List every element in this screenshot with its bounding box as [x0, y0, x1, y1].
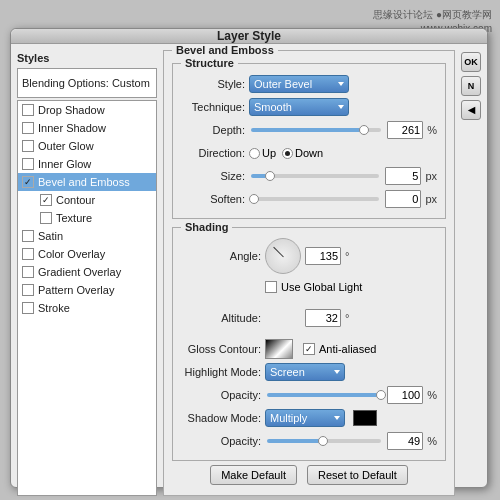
angle-unit: °: [345, 250, 349, 262]
direction-down-radio[interactable]: [282, 148, 293, 159]
direction-row: Direction: Up Down: [181, 143, 437, 163]
global-light-checkbox[interactable]: [265, 281, 277, 293]
altitude-wheel-placeholder: [265, 300, 301, 336]
direction-up-radio[interactable]: [249, 148, 260, 159]
soften-slider[interactable]: [251, 197, 379, 201]
altitude-input[interactable]: [305, 309, 341, 327]
highlight-mode-arrow: [334, 370, 340, 374]
list-item-inner-shadow[interactable]: Inner Shadow: [18, 119, 156, 137]
list-item-bevel-emboss[interactable]: Bevel and Emboss: [18, 173, 156, 191]
depth-unit: %: [427, 124, 437, 136]
list-item-texture[interactable]: Texture: [18, 209, 156, 227]
stroke-checkbox[interactable]: [22, 302, 34, 314]
blending-options-item[interactable]: Blending Options: Custom: [17, 68, 157, 98]
soften-unit: px: [425, 193, 437, 205]
pattern-overlay-checkbox[interactable]: [22, 284, 34, 296]
list-item-drop-shadow[interactable]: Drop Shadow: [18, 101, 156, 119]
depth-input[interactable]: [387, 121, 423, 139]
gradient-overlay-checkbox[interactable]: [22, 266, 34, 278]
opacity2-label: Opacity:: [181, 435, 261, 447]
style-dropdown[interactable]: Outer Bevel: [249, 75, 349, 93]
opacity1-slider[interactable]: [267, 393, 381, 397]
layer-style-window: Layer Style Styles Blending Options: Cus…: [10, 28, 488, 488]
depth-row: Depth: %: [181, 120, 437, 140]
n-button[interactable]: N: [461, 76, 481, 96]
highlight-mode-label: Highlight Mode:: [181, 366, 261, 378]
opacity1-row: Opacity: %: [181, 385, 437, 405]
shadow-mode-arrow: [334, 416, 340, 420]
structure-legend: Structure: [181, 57, 238, 69]
list-item-inner-glow[interactable]: Inner Glow: [18, 155, 156, 173]
direction-down-option[interactable]: Down: [282, 147, 323, 159]
drop-shadow-checkbox[interactable]: [22, 104, 34, 116]
shading-legend: Shading: [181, 221, 232, 233]
direction-down-label: Down: [295, 147, 323, 159]
altitude-label: Altitude:: [181, 312, 261, 324]
reset-default-button[interactable]: Reset to Default: [307, 465, 408, 485]
gradient-overlay-label: Gradient Overlay: [38, 266, 121, 278]
color-overlay-checkbox[interactable]: [22, 248, 34, 260]
opacity2-input[interactable]: [387, 432, 423, 450]
soften-slider-thumb: [249, 194, 259, 204]
list-item-color-overlay[interactable]: Color Overlay: [18, 245, 156, 263]
shadow-mode-label: Shadow Mode:: [181, 412, 261, 424]
structure-fields: Style: Outer Bevel Technique: Smoot: [181, 74, 437, 209]
shadow-color-swatch[interactable]: [353, 410, 377, 426]
satin-checkbox[interactable]: [22, 230, 34, 242]
shading-section: Shading Angle: °: [172, 227, 446, 461]
bevel-emboss-section: Bevel and Emboss Structure Style: Outer …: [163, 50, 455, 496]
size-slider[interactable]: [251, 174, 379, 178]
highlight-mode-dropdown[interactable]: Screen: [265, 363, 345, 381]
blending-label: Blending Options: Custom: [18, 77, 150, 89]
contour-checkbox[interactable]: [40, 194, 52, 206]
list-item-contour[interactable]: Contour: [18, 191, 156, 209]
anti-aliased-checkbox[interactable]: [303, 343, 315, 355]
highlight-mode-value: Screen: [270, 366, 305, 378]
list-item-gradient-overlay[interactable]: Gradient Overlay: [18, 263, 156, 281]
inner-glow-label: Inner Glow: [38, 158, 91, 170]
size-input[interactable]: [385, 167, 421, 185]
inner-shadow-checkbox[interactable]: [22, 122, 34, 134]
side-buttons: OK N ◀: [461, 50, 481, 496]
list-item-stroke[interactable]: Stroke: [18, 299, 156, 317]
bevel-emboss-label: Bevel and Emboss: [38, 176, 130, 188]
texture-checkbox[interactable]: [40, 212, 52, 224]
opacity1-input[interactable]: [387, 386, 423, 404]
structure-section: Structure Style: Outer Bevel: [172, 63, 446, 219]
window-title: Layer Style: [217, 29, 281, 43]
back-button[interactable]: ◀: [461, 100, 481, 120]
soften-slider-container: [249, 197, 381, 201]
list-item-pattern-overlay[interactable]: Pattern Overlay: [18, 281, 156, 299]
contour-label: Contour: [56, 194, 95, 206]
style-value: Outer Bevel: [254, 78, 312, 90]
angle-wheel[interactable]: [265, 238, 301, 274]
size-slider-thumb: [265, 171, 275, 181]
window-body: Styles Blending Options: Custom Drop Sha…: [11, 44, 487, 500]
global-light-row: Use Global Light: [181, 277, 437, 297]
texture-label: Texture: [56, 212, 92, 224]
technique-dropdown[interactable]: Smooth: [249, 98, 349, 116]
inner-glow-checkbox[interactable]: [22, 158, 34, 170]
direction-up-option[interactable]: Up: [249, 147, 276, 159]
soften-input[interactable]: [385, 190, 421, 208]
size-unit: px: [425, 170, 437, 182]
bevel-emboss-checkbox[interactable]: [22, 176, 34, 188]
angle-row: Angle: °: [181, 238, 437, 274]
gloss-contour-thumbnail[interactable]: [265, 339, 293, 359]
size-label: Size:: [181, 170, 245, 182]
list-item-satin[interactable]: Satin: [18, 227, 156, 245]
color-overlay-label: Color Overlay: [38, 248, 105, 260]
opacity2-slider[interactable]: [267, 439, 381, 443]
depth-slider[interactable]: [251, 128, 381, 132]
list-item-outer-glow[interactable]: Outer Glow: [18, 137, 156, 155]
shadow-mode-dropdown[interactable]: Multiply: [265, 409, 345, 427]
ok-button[interactable]: OK: [461, 52, 481, 72]
angle-input[interactable]: [305, 247, 341, 265]
outer-glow-checkbox[interactable]: [22, 140, 34, 152]
opacity1-slider-container: [265, 393, 383, 397]
bottom-buttons: Make Default Reset to Default: [172, 465, 446, 489]
size-slider-container: [249, 174, 381, 178]
opacity2-unit: %: [427, 435, 437, 447]
size-row: Size: px: [181, 166, 437, 186]
make-default-button[interactable]: Make Default: [210, 465, 297, 485]
